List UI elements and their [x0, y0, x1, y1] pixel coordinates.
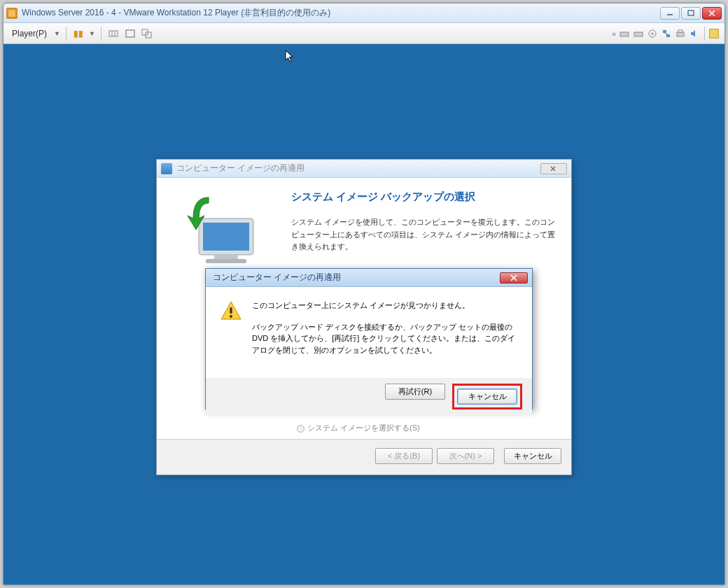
svg-rect-7	[126, 30, 134, 37]
svg-rect-1	[688, 10, 694, 15]
svg-rect-10	[620, 32, 629, 36]
vmware-app-icon	[6, 8, 18, 19]
player-menu[interactable]: Player(P)	[9, 27, 50, 40]
dropdown-icon[interactable]: ▼	[89, 30, 95, 37]
wizard-app-icon	[161, 163, 172, 174]
fullscreen-icon[interactable]	[124, 27, 136, 40]
divider	[101, 27, 102, 41]
retry-button[interactable]: 再試行(R)	[385, 384, 445, 400]
alert-body: このコンピューター上にシステム イメージが見つかりません。 バックアップ ハード…	[206, 287, 532, 378]
back-button[interactable]: < 戻る(B)	[375, 448, 433, 464]
close-button[interactable]	[702, 7, 722, 20]
maximize-button[interactable]	[681, 7, 701, 20]
next-button[interactable]: 次へ(N) >	[437, 448, 494, 464]
minimize-button[interactable]	[660, 7, 680, 20]
radio-select-image[interactable]: システム イメージを選択する(S)	[157, 417, 571, 439]
expand-icon[interactable]: »	[612, 29, 616, 38]
vmware-toolbar: Player(P) ▼ ▮▮ ▼ »	[4, 23, 724, 44]
network-icon[interactable]	[661, 28, 672, 39]
cd-icon[interactable]	[647, 28, 658, 39]
pause-icon[interactable]: ▮▮	[72, 27, 85, 40]
svg-rect-18	[678, 30, 682, 32]
alert-title: コンピューター イメージの再適用	[210, 272, 500, 284]
svg-rect-22	[203, 223, 249, 251]
wizard-close-button[interactable]	[540, 163, 567, 174]
wizard-footer: < 戻る(B) 次へ(N) > キャンセル	[157, 439, 571, 472]
svg-rect-11	[634, 32, 643, 36]
sound-icon[interactable]	[689, 28, 700, 39]
alert-footer: 再試行(R) キャンセル	[206, 378, 532, 415]
wizard-description: システム イメージを使用して、このコンピューターを復元します。このコンピューター…	[291, 216, 556, 253]
cancel-button[interactable]: キャンセル	[504, 448, 561, 464]
svg-point-28	[230, 315, 232, 318]
vmware-titlebar[interactable]: Windows Server 2016 - 4 - VMware Worksta…	[4, 4, 724, 23]
note-icon[interactable]	[709, 29, 719, 38]
divider	[66, 27, 66, 41]
unity-icon[interactable]	[141, 27, 153, 40]
drive-icon[interactable]	[633, 28, 644, 39]
svg-rect-17	[677, 32, 684, 36]
svg-line-16	[664, 33, 668, 34]
wizard-title: コンピューター イメージの再適用	[176, 162, 540, 174]
wizard-titlebar[interactable]: コンピューター イメージの再適用	[157, 160, 571, 178]
alert-titlebar[interactable]: コンピューター イメージの再適用	[206, 269, 532, 287]
svg-rect-23	[214, 255, 238, 259]
radio-icon	[297, 425, 304, 433]
highlight-annotation: キャンセル	[452, 384, 522, 410]
alert-heading: このコンピューター上にシステム イメージが見つかりません。	[252, 300, 521, 312]
printer-icon[interactable]	[675, 28, 686, 39]
vmware-window: Windows Server 2016 - 4 - VMware Worksta…	[3, 3, 725, 585]
svg-rect-4	[109, 31, 118, 36]
alert-close-button[interactable]	[500, 272, 528, 284]
drive-icon[interactable]	[619, 28, 630, 39]
svg-point-13	[652, 32, 654, 34]
svg-rect-14	[663, 30, 666, 33]
alert-message: バックアップ ハード ディスクを接続するか、バックアップ セットの最後の DVD…	[252, 321, 521, 356]
alert-dialog: コンピューター イメージの再適用 このコンピューター上にシステム イメージが見つ…	[205, 268, 533, 410]
cursor-icon	[285, 50, 296, 64]
vmware-title: Windows Server 2016 - 4 - VMware Worksta…	[22, 7, 660, 19]
svg-rect-24	[206, 259, 246, 263]
warning-icon	[220, 300, 242, 322]
send-ctrl-alt-del-icon[interactable]	[107, 27, 120, 40]
alert-cancel-button[interactable]: キャンセル	[457, 388, 517, 405]
dropdown-icon[interactable]: ▼	[54, 30, 60, 37]
vm-desktop[interactable]: コンピューター イメージの再適用 システム イメージ バックアップ	[4, 44, 724, 584]
wizard-heading: システム イメージ バックアップの選択	[291, 190, 556, 204]
svg-rect-15	[666, 34, 670, 37]
svg-rect-27	[230, 307, 232, 314]
divider	[704, 27, 705, 41]
wizard-illustration	[172, 190, 277, 274]
